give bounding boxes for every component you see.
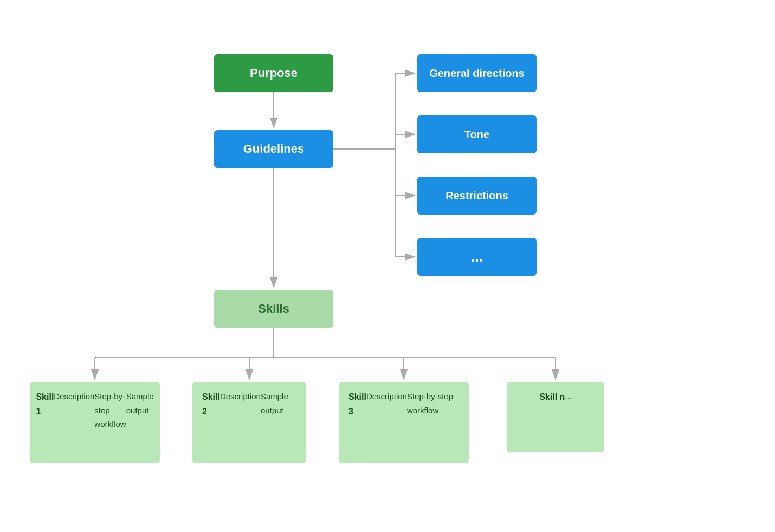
skill3-title: Skill 3 (348, 390, 366, 419)
skill2-title: Skill 2 (202, 390, 220, 419)
skill1-title: Skill 1 (36, 390, 54, 419)
skill4-node: Skill n ... (507, 382, 604, 452)
purpose-node: Purpose (214, 54, 333, 92)
ellipsis-right-node: ... (417, 238, 537, 276)
purpose-label: Purpose (250, 66, 298, 80)
skills-node: Skills (214, 290, 333, 328)
skill1-line1: Description (54, 390, 94, 404)
restrictions-label: Restrictions (445, 190, 508, 202)
skill2-line1: Description (220, 390, 261, 404)
skill2-node: Skill 2 Description Sample output (192, 382, 306, 463)
general-directions-node: General directions (417, 54, 537, 92)
skill1-line2: Step-by-step workflow (94, 390, 126, 431)
skill3-node: Skill 3 Description Step-by-step workflo… (339, 382, 469, 463)
ellipsis-right-label: ... (470, 248, 483, 265)
general-directions-label: General directions (429, 67, 525, 80)
guidelines-node: Guidelines (214, 130, 333, 168)
skill3-line2: Step-by-step workflow (407, 390, 459, 417)
tone-label: Tone (464, 128, 489, 141)
skill2-line2: Sample output (261, 390, 296, 417)
tone-node: Tone (417, 115, 537, 153)
skill3-line1: Description (366, 390, 407, 404)
skill4-title: Skill n (539, 390, 565, 404)
restrictions-node: Restrictions (417, 177, 537, 215)
skill1-line3: Sample output (126, 390, 154, 417)
guidelines-label: Guidelines (243, 142, 304, 156)
skills-label: Skills (258, 302, 289, 316)
skill1-node: Skill 1 Description Step-by-step workflo… (30, 382, 160, 463)
skill4-line1: ... (565, 390, 572, 404)
diagram: Purpose Guidelines General directions To… (0, 0, 775, 532)
